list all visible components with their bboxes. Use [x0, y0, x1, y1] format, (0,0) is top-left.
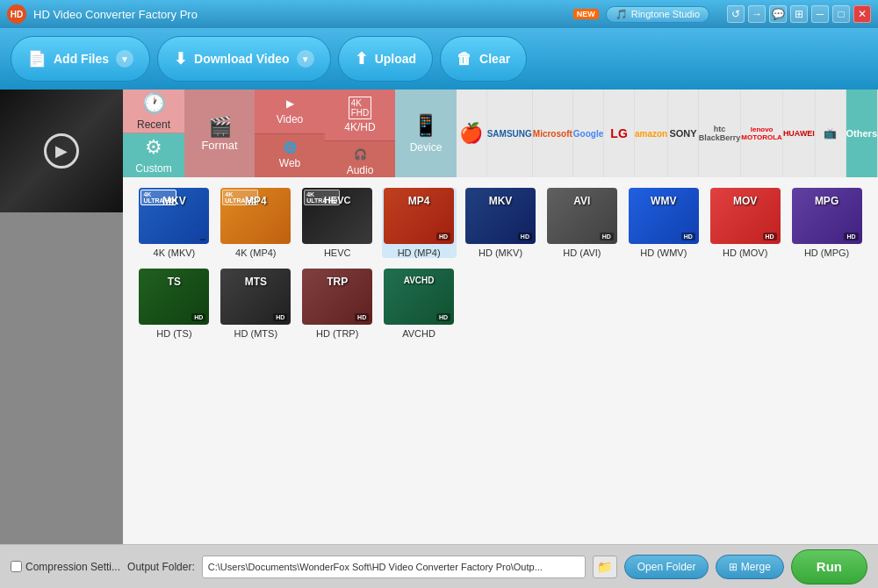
- merge-button[interactable]: ⊞ Merge: [716, 555, 783, 579]
- main-area: ▶ 🕐 Recent ⚙ Custom 🎬 Format: [0, 90, 878, 544]
- format-tab[interactable]: 🎬 Format: [184, 90, 255, 177]
- bottom-bar: Compression Setti... Output Folder: C:\U…: [0, 544, 878, 588]
- maximize-button[interactable]: □: [832, 5, 850, 23]
- brand-microsoft[interactable]: Microsoft: [533, 90, 573, 177]
- format-icon: 🎬: [208, 116, 232, 139]
- format-hdmts[interactable]: MTS HD HD (MTS): [219, 269, 293, 339]
- format-hdwmv[interactable]: WMV HD HD (WMV): [626, 188, 701, 258]
- format-hdmkv[interactable]: MKV HD HD (MKV): [464, 188, 538, 258]
- format-avchd[interactable]: AVCHD HD AVCHD: [382, 269, 457, 339]
- run-button[interactable]: Run: [791, 549, 867, 584]
- output-label: Output Folder:: [127, 561, 195, 573]
- 4khd-tab[interactable]: 4KFHD 4K/HD: [325, 90, 395, 141]
- format-panel: 🕐 Recent ⚙ Custom 🎬 Format ▶ Video: [123, 90, 878, 544]
- ringtone-studio-button[interactable]: 🎵 Ringtone Studio: [606, 6, 709, 23]
- video-icon: ▶: [286, 97, 294, 110]
- format-grid: MKV 4KULTRA HD 4K (MKV) MP4 4KULTRA HD 4…: [123, 177, 878, 544]
- grid-button[interactable]: ⊞: [790, 5, 808, 23]
- device-icon: 📱: [413, 113, 439, 138]
- window-controls: ↺ → 💬 ⊞ ─ □ ✕: [727, 5, 871, 23]
- play-button[interactable]: ▶: [44, 133, 79, 169]
- format-hdavi[interactable]: AVI HD HD (AVI): [544, 188, 619, 258]
- browse-folder-button[interactable]: 📁: [593, 556, 617, 578]
- format-hevc[interactable]: HEVC 4KULTRA HD HEVC: [300, 188, 375, 258]
- compression-settings[interactable]: Compression Setti...: [11, 561, 120, 573]
- close-button[interactable]: ✕: [853, 5, 871, 23]
- titlebar: HD HD Video Converter Factory Pro NEW 🎵 …: [0, 0, 878, 28]
- app-title: HD Video Converter Factory Pro: [33, 8, 573, 21]
- chat-button[interactable]: 💬: [769, 5, 787, 23]
- 4k-icon: 4KFHD: [349, 97, 372, 119]
- video-tab[interactable]: ▶ Video: [255, 90, 325, 134]
- refresh-button[interactable]: ↺: [727, 5, 745, 23]
- brand-tv[interactable]: 📺: [816, 90, 846, 177]
- new-badge: NEW: [573, 9, 599, 19]
- brand-sony[interactable]: SONY: [668, 90, 699, 177]
- recent-icon: 🕐: [142, 92, 166, 115]
- brand-google[interactable]: Google: [573, 90, 604, 177]
- preview-image: ▶: [0, 90, 123, 212]
- add-files-icon: 📄: [27, 49, 47, 68]
- download-icon: ⬇: [174, 49, 187, 68]
- device-tab[interactable]: 📱 Device: [395, 90, 457, 177]
- custom-tab[interactable]: ⚙ Custom: [123, 133, 184, 177]
- format-hdtrp[interactable]: TRP HD HD (TRP): [300, 269, 375, 339]
- add-files-arrow: ▼: [116, 50, 133, 68]
- brand-samsung[interactable]: SAMSUNG: [487, 90, 533, 177]
- format-hdts[interactable]: TS HD HD (TS): [137, 269, 212, 339]
- download-arrow: ▼: [297, 50, 314, 68]
- format-hdmov[interactable]: MOV HD HD (MOV): [708, 188, 782, 258]
- compression-checkbox[interactable]: [11, 561, 22, 572]
- web-icon: 🌐: [284, 141, 297, 154]
- format-hdmpg[interactable]: MPG HD HD (MPG): [789, 188, 864, 258]
- preview-panel: ▶: [0, 90, 123, 544]
- brand-logos: 🍎 SAMSUNG Microsoft Google LG amazon SON…: [457, 90, 878, 177]
- upload-icon: ⬆: [355, 49, 368, 68]
- format-mp44k[interactable]: MP4 4KULTRA HD 4K (MP4): [219, 188, 293, 258]
- brand-apple[interactable]: 🍎: [457, 90, 487, 177]
- format-hdmp4[interactable]: MP4 HD HD (MP4): [382, 188, 457, 258]
- app-logo: HD: [7, 4, 26, 24]
- brand-htc-blackberry[interactable]: htcBlackBerry: [699, 90, 742, 177]
- forward-button[interactable]: →: [748, 5, 766, 23]
- brand-huawei[interactable]: HUAWEI: [783, 90, 816, 177]
- toolbar: 📄 Add Files ▼ ⬇ Download Video ▼ ⬆ Uploa…: [0, 28, 878, 90]
- clear-button[interactable]: 🗑 Clear: [440, 36, 527, 82]
- add-files-button[interactable]: 📄 Add Files ▼: [11, 36, 150, 82]
- output-path: C:\Users\Documents\WonderFox Soft\HD Vid…: [202, 556, 586, 578]
- brand-amazon[interactable]: amazon: [635, 90, 668, 177]
- open-folder-button[interactable]: Open Folder: [624, 555, 709, 579]
- brand-others[interactable]: Others: [846, 90, 878, 177]
- custom-icon: ⚙: [145, 136, 162, 159]
- ringtone-icon: 🎵: [615, 9, 628, 20]
- category-nav: 🕐 Recent ⚙ Custom 🎬 Format ▶ Video: [123, 90, 878, 177]
- brand-lg[interactable]: LG: [604, 90, 635, 177]
- brand-lenovo-motorola[interactable]: lenovoMOTOROLA: [741, 90, 783, 177]
- audio-icon: 🎧: [354, 148, 367, 161]
- web-tab[interactable]: 🌐 Web: [255, 134, 325, 178]
- upload-button[interactable]: ⬆ Upload: [338, 36, 433, 82]
- minimize-button[interactable]: ─: [811, 5, 829, 23]
- recent-tab[interactable]: 🕐 Recent: [123, 90, 184, 133]
- format-mkv4k[interactable]: MKV 4KULTRA HD 4K (MKV): [137, 188, 212, 258]
- download-video-button[interactable]: ⬇ Download Video ▼: [157, 36, 331, 82]
- trash-icon: 🗑: [457, 50, 472, 68]
